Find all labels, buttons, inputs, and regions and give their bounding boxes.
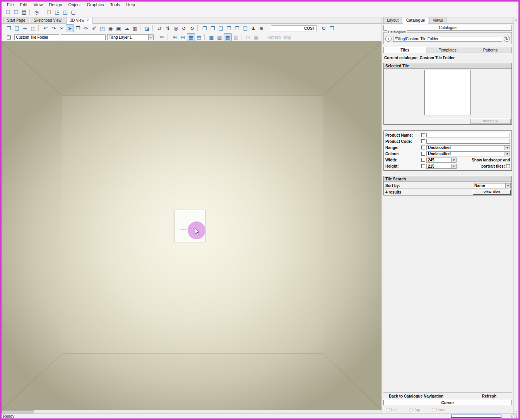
- view-front-icon[interactable]: ❐: [209, 24, 217, 32]
- new-document-icon[interactable]: ❏: [4, 9, 12, 16]
- menu-item[interactable]: Object: [65, 2, 84, 7]
- pages-icon[interactable]: ❑: [13, 24, 21, 32]
- product-name-input[interactable]: [426, 133, 510, 137]
- tab-patterns[interactable]: Patterns: [469, 47, 512, 53]
- menu-item[interactable]: Edit: [17, 2, 31, 7]
- height-select[interactable]: 215 ▾: [426, 164, 457, 169]
- range-checkbox[interactable]: [421, 146, 425, 149]
- undo-icon[interactable]: ↶: [41, 24, 50, 32]
- chevron-down-icon[interactable]: ▾: [505, 183, 510, 188]
- range-select[interactable]: Unclassified ▾: [426, 145, 510, 150]
- pen-icon[interactable]: ✑: [82, 24, 90, 32]
- trim-icon[interactable]: ✂: [58, 24, 66, 32]
- horizontal-scrollbar[interactable]: [2, 410, 381, 413]
- product-name-checkbox[interactable]: [421, 133, 425, 137]
- tile-search-input[interactable]: [61, 34, 106, 40]
- tab-start-page[interactable]: Start Page: [3, 17, 29, 23]
- colour-select[interactable]: Unclassified ▾: [426, 151, 510, 156]
- tile-angle-icon[interactable]: ▧: [216, 33, 224, 41]
- tile-column-icon[interactable]: ▤: [195, 33, 203, 41]
- flip-vertical-icon[interactable]: ⇅: [164, 24, 172, 32]
- redo-icon[interactable]: ↷: [50, 24, 58, 32]
- tab-sketchpad-view[interactable]: Sketchpad View: [30, 17, 65, 23]
- tab-layout[interactable]: Layout: [383, 17, 402, 23]
- cost-input[interactable]: [271, 26, 303, 31]
- tile-row-icon[interactable]: ⊟: [179, 33, 187, 41]
- view-iso-icon[interactable]: ❒: [200, 24, 209, 32]
- zoom-icon[interactable]: ◎: [172, 24, 180, 32]
- tiling-layer-select[interactable]: Tiling Layer 1 ▾: [107, 34, 154, 40]
- width-checkbox[interactable]: [421, 158, 425, 162]
- tab-views[interactable]: Views: [429, 17, 446, 23]
- menu-item[interactable]: Graphics: [84, 2, 107, 7]
- refresh-catalogue-icon[interactable]: ↻: [504, 36, 510, 42]
- add-catalogue-button[interactable]: +: [385, 36, 392, 42]
- vertical-scrollbar[interactable]: ▲ ▼: [513, 17, 518, 413]
- menu-item[interactable]: Tools: [107, 2, 123, 7]
- scroll-down-icon[interactable]: ▼: [515, 410, 518, 413]
- view-top-icon[interactable]: ❐: [233, 24, 241, 32]
- tile-grid-icon[interactable]: ▦: [224, 33, 232, 41]
- render-view-icon[interactable]: ◫: [61, 9, 69, 16]
- measure-icon[interactable]: ✏: [158, 33, 166, 41]
- view-back-icon[interactable]: ❏: [241, 24, 249, 32]
- chevron-down-icon[interactable]: ▾: [505, 146, 510, 150]
- cube-3d-icon[interactable]: ◳: [53, 9, 61, 16]
- recalculate-icon[interactable]: ❒: [328, 24, 336, 32]
- tile-offset-icon[interactable]: ▥: [232, 33, 240, 41]
- marquee-select-icon[interactable]: ❒: [74, 24, 82, 32]
- view-right-icon[interactable]: ❒: [225, 24, 233, 32]
- export-view-icon[interactable]: ❑: [45, 9, 53, 16]
- tab-templates[interactable]: Templates: [426, 47, 469, 53]
- view-side-radio[interactable]: Left: [387, 408, 398, 412]
- colour-checkbox[interactable]: [421, 152, 425, 156]
- rotate-cw-icon[interactable]: ↻: [188, 24, 196, 32]
- back-to-catalogue-link[interactable]: Back to Catalogue Navigation: [389, 394, 443, 398]
- radio-icon[interactable]: [409, 408, 413, 411]
- product-code-input[interactable]: [426, 139, 510, 144]
- viewports-icon[interactable]: ◫: [29, 24, 37, 32]
- cursor-button[interactable]: Cursor: [383, 400, 512, 405]
- chevron-down-icon[interactable]: ▾: [451, 158, 456, 162]
- tab-catalogue[interactable]: Catalogue: [403, 17, 428, 24]
- menu-item[interactable]: File: [4, 2, 17, 7]
- view-tiles-button[interactable]: View Tiles: [473, 190, 511, 195]
- camera-icon[interactable]: ▣: [115, 24, 123, 32]
- view-side-radio[interactable]: Top: [409, 408, 420, 412]
- print-icon[interactable]: ❐: [5, 24, 13, 32]
- flip-horizontal-icon[interactable]: ⇄: [156, 24, 164, 32]
- product-code-checkbox[interactable]: [421, 139, 425, 143]
- select-cursor-icon[interactable]: ➤: [66, 24, 74, 32]
- open-folder-icon[interactable]: ❐: [12, 9, 20, 16]
- pin-icon[interactable]: ◉: [106, 24, 115, 32]
- horizontal-scrollbar-thumb[interactable]: [2, 410, 34, 413]
- insert-tile-button[interactable]: Insert Tile: [470, 119, 511, 124]
- save-icon[interactable]: ▤: [20, 9, 28, 16]
- person-view-icon[interactable]: ♟: [249, 24, 257, 32]
- tile-copy-icon[interactable]: ⊡: [244, 33, 252, 41]
- shape-icon[interactable]: ▢: [69, 9, 77, 16]
- menu-item[interactable]: Design: [46, 2, 65, 7]
- refresh-cost-icon[interactable]: ↻: [320, 24, 328, 32]
- tab-tiles[interactable]: Tiles: [383, 47, 426, 53]
- tile-region-icon[interactable]: ⊞: [171, 33, 179, 41]
- view-left-icon[interactable]: ❏: [217, 24, 225, 32]
- extrude-icon[interactable]: ◳: [98, 24, 106, 32]
- catalogue-path-input[interactable]: [393, 36, 502, 42]
- node-edit-icon[interactable]: ✐: [90, 24, 98, 32]
- tile-folder-input[interactable]: [14, 34, 59, 40]
- resize-grip-icon[interactable]: [511, 415, 517, 418]
- sort-by-select[interactable]: Name ▾: [473, 183, 511, 188]
- chevron-down-icon[interactable]: ▾: [505, 152, 510, 156]
- height-checkbox[interactable]: [421, 164, 425, 168]
- chevron-down-icon[interactable]: ▾: [451, 164, 456, 168]
- cloud-icon[interactable]: ☁: [123, 24, 131, 32]
- radio-icon[interactable]: [432, 408, 435, 411]
- menu-item[interactable]: Help: [123, 2, 138, 7]
- scroll-up-icon[interactable]: ▲: [515, 18, 518, 21]
- rotate-ccw-icon[interactable]: ↺: [180, 24, 188, 32]
- portrait-tiles-checkbox[interactable]: [506, 164, 510, 168]
- tile-fill-icon[interactable]: ▦: [187, 33, 195, 41]
- pan-view-icon[interactable]: ✛: [21, 24, 29, 32]
- view-side-radio[interactable]: Front: [432, 408, 445, 412]
